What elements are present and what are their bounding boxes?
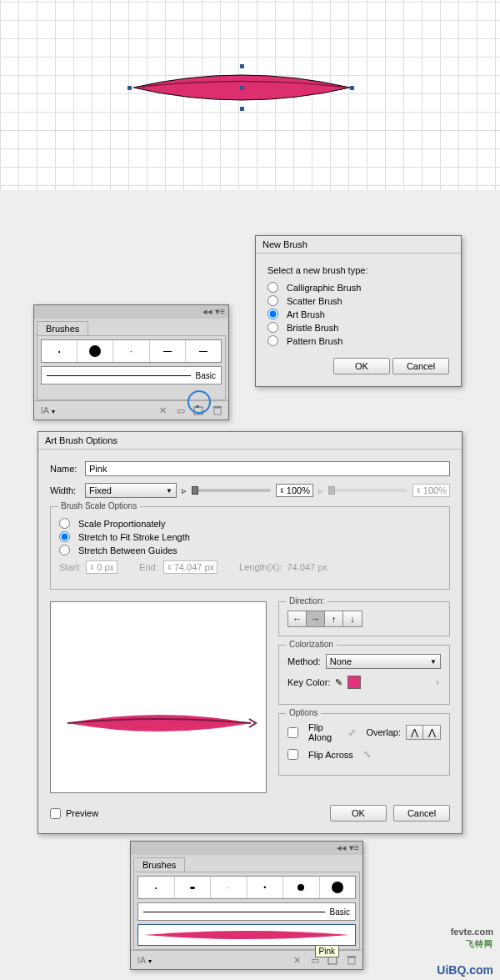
brush-stroke-basic[interactable]: Basic [41,366,222,384]
brush-thumb[interactable] [78,340,113,362]
method-label: Method: [288,656,321,666]
start-value: ⇕0 px [86,560,118,574]
brush-thumb[interactable]: · [211,877,248,898]
direction-up-button[interactable]: ↑ [325,611,343,626]
width-value-2: ⇕100% [412,484,450,497]
pattern-brush-radio[interactable] [268,335,278,346]
panel-footer: IA▾ ✕ ▭ [34,400,228,420]
name-field[interactable] [85,461,450,476]
brush-stroke-pink[interactable] [138,924,356,946]
art-brush-options-dialog: Art Brush Options Name: Width: Fixed▼ ▹ … [38,431,462,834]
brush-thumb[interactable]: • [42,340,78,362]
flip-across-icon: ⤡ [363,749,371,760]
brush-stroke-basic[interactable]: Basic [138,902,356,921]
width-slider[interactable] [192,489,271,492]
radio-label: Scatter Brush [287,296,342,306]
trash-icon[interactable] [211,404,224,417]
keycolor-swatch[interactable] [348,676,361,689]
brush-thumb[interactable] [186,340,221,362]
slider-end-icon: ▹ [318,485,323,496]
tips-icon[interactable]: ♀ [434,677,441,687]
direction-right-button[interactable]: → [307,611,325,626]
brush-scale-options: Brush Scale Options Scale Proportionatel… [50,506,450,590]
cancel-button[interactable]: Cancel [392,358,449,374]
panel-rail[interactable]: ◂◂ ▾≡ [131,842,362,855]
flip-along-checkbox[interactable] [288,727,298,738]
direction-buttons: ← → ↑ ↓ [288,611,362,627]
options-label: Options [286,708,321,717]
direction-down-button[interactable]: ↓ [343,611,362,626]
scatter-brush-radio[interactable] [268,295,278,306]
stretch-fit-radio[interactable] [59,531,70,542]
brush-thumb[interactable] [283,877,320,898]
libraries-menu-icon[interactable]: IA [135,953,148,967]
brush-thumbnails-row: • · [41,339,222,363]
end-value: ⇕74.047 px [163,560,218,574]
brush-thumb[interactable] [150,340,186,362]
brushes-panel: ◂◂ ▾≡ Brushes • · Basic IA▾ ✕ ▭ [33,304,229,420]
cancel-button[interactable]: Cancel [393,805,450,822]
method-select[interactable]: None▼ [326,654,441,669]
new-brush-icon[interactable] [192,404,206,417]
stretch-guides-radio[interactable] [59,545,70,555]
overlap-b-button[interactable]: ⋀ [423,726,440,739]
svg-rect-6 [348,956,356,957]
ok-button[interactable]: OK [330,805,387,822]
direction-left-button[interactable]: ← [288,611,307,626]
brush-tooltip: Pink [315,945,339,957]
brush-thumbnails-row: • · • [138,876,356,899]
panel-rail[interactable]: ◂◂ ▾≡ [34,305,228,319]
svg-rect-0 [194,407,202,415]
overlap-label: Overlap: [366,727,401,737]
brushes-tab[interactable]: Brushes [37,321,88,335]
keycolor-label: Key Color: [288,677,330,687]
width-slider-2 [328,489,408,492]
panel-collapse-icon[interactable]: ◂◂ [202,306,212,316]
art-brush-radio[interactable] [268,309,278,319]
menu-chevron-icon[interactable]: ▾ [148,957,152,965]
bristle-brush-radio[interactable] [268,322,278,333]
svg-rect-2 [214,408,221,415]
brush-thumb[interactable] [175,877,212,898]
anchor-handle[interactable] [350,86,354,90]
calligraphic-brush-radio[interactable] [268,282,278,293]
panel-collapse-icon[interactable]: ◂◂ [337,842,347,852]
anchor-handle[interactable] [240,107,244,111]
length-label: Length(X): [239,562,282,572]
brush-shape[interactable] [129,63,354,113]
width-value-1[interactable]: ⇕100% [276,484,313,497]
options-icon[interactable]: ▭ [174,404,188,417]
width-label: Width: [50,485,80,495]
brush-preview [50,601,267,793]
radio-label: Calligraphic Brush [287,283,361,293]
ok-button[interactable]: OK [333,358,390,374]
brush-thumb[interactable]: • [138,877,175,898]
svg-rect-5 [348,957,355,964]
libraries-menu-icon[interactable]: IA [38,404,52,417]
radio-label: Art Brush [287,309,325,319]
trash-icon[interactable] [345,953,358,967]
panel-menu-icon[interactable]: ▾≡ [215,306,225,316]
brush-thumb[interactable]: · [113,340,149,362]
anchor-handle[interactable] [128,86,132,90]
new-brush-dialog: New Brush Select a new brush type: Calli… [255,235,462,387]
brushes-tab[interactable]: Brushes [133,857,185,872]
flip-across-label: Flip Across [308,750,353,760]
remove-stroke-icon[interactable]: ✕ [156,404,169,417]
dialog-title: Art Brush Options [38,432,462,450]
preview-checkbox[interactable] [50,808,61,819]
anchor-handle[interactable] [240,64,244,68]
width-mode-select[interactable]: Fixed▼ [85,483,177,498]
flip-across-checkbox[interactable] [288,749,298,760]
overlap-a-button[interactable]: ⋀ [407,726,423,739]
panel-menu-icon[interactable]: ▾≡ [349,842,359,852]
center-handle[interactable] [240,86,244,90]
start-label: Start: [59,562,81,572]
scale-proportionately-radio[interactable] [59,518,70,529]
brush-thumb[interactable]: • [248,877,284,898]
svg-rect-3 [213,406,222,408]
eyedropper-icon[interactable]: ✎ [335,677,342,688]
menu-chevron-icon[interactable]: ▾ [52,408,55,415]
brush-thumb[interactable] [320,877,356,898]
remove-stroke-icon[interactable]: ✕ [290,953,303,967]
